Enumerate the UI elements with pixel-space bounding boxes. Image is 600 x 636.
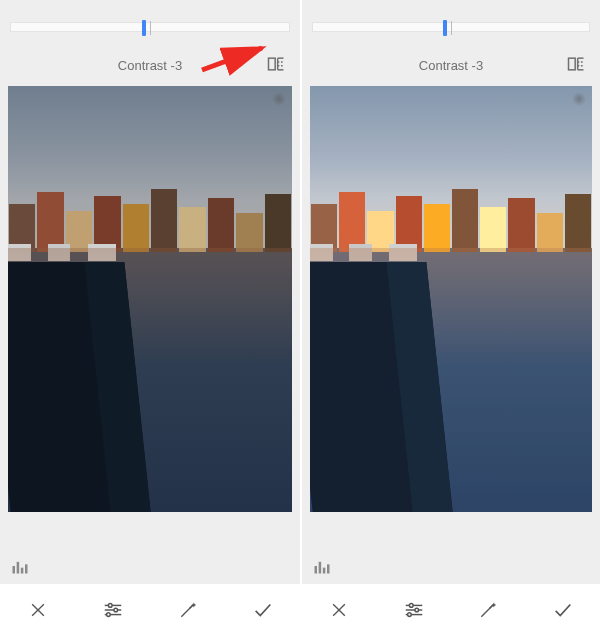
adjust-label: Contrast -3 bbox=[118, 58, 182, 73]
magic-button[interactable] bbox=[468, 590, 508, 630]
svg-point-34 bbox=[409, 604, 413, 608]
adjust-slider[interactable] bbox=[10, 22, 290, 32]
svg-rect-21 bbox=[569, 58, 576, 70]
edited-photo[interactable] bbox=[8, 86, 292, 512]
svg-rect-7 bbox=[17, 562, 20, 574]
confirm-button[interactable] bbox=[543, 590, 583, 630]
adjust-label-row: Contrast -3 bbox=[302, 48, 600, 82]
histogram-icon[interactable] bbox=[10, 556, 30, 576]
editor-pane-right: Contrast -3 bbox=[300, 0, 600, 636]
svg-rect-27 bbox=[315, 566, 318, 574]
photo-viewport bbox=[0, 82, 300, 544]
svg-point-36 bbox=[415, 608, 419, 612]
svg-rect-0 bbox=[269, 58, 276, 70]
cancel-button[interactable] bbox=[319, 590, 359, 630]
slider-center-tick bbox=[451, 21, 452, 35]
svg-rect-29 bbox=[323, 568, 326, 574]
adjust-label-row: Contrast -3 bbox=[0, 48, 300, 82]
editor-pane-left: Contrast -3 bbox=[0, 0, 300, 636]
svg-rect-28 bbox=[319, 562, 322, 574]
tune-button[interactable] bbox=[93, 590, 133, 630]
cancel-button[interactable] bbox=[18, 590, 58, 630]
slider-thumb[interactable] bbox=[142, 20, 146, 36]
slider-area bbox=[0, 0, 300, 48]
histogram-row bbox=[0, 544, 300, 584]
tune-button[interactable] bbox=[394, 590, 434, 630]
bottom-toolbar bbox=[0, 584, 300, 636]
edited-photo[interactable] bbox=[310, 86, 592, 512]
svg-point-17 bbox=[106, 613, 110, 617]
svg-rect-6 bbox=[13, 566, 16, 574]
svg-rect-30 bbox=[327, 564, 330, 573]
svg-rect-8 bbox=[21, 568, 24, 574]
bottom-toolbar bbox=[302, 584, 600, 636]
compare-icon[interactable] bbox=[266, 54, 286, 74]
slider-center-tick bbox=[150, 21, 151, 35]
svg-point-13 bbox=[108, 604, 112, 608]
slider-thumb[interactable] bbox=[443, 20, 447, 36]
magic-button[interactable] bbox=[168, 590, 208, 630]
adjust-slider[interactable] bbox=[312, 22, 590, 32]
photo-viewport bbox=[302, 82, 600, 544]
histogram-icon[interactable] bbox=[312, 556, 332, 576]
svg-rect-9 bbox=[25, 564, 28, 573]
confirm-button[interactable] bbox=[243, 590, 283, 630]
slider-area bbox=[302, 0, 600, 48]
adjust-label: Contrast -3 bbox=[419, 58, 483, 73]
compare-icon[interactable] bbox=[566, 54, 586, 74]
svg-point-38 bbox=[407, 613, 411, 617]
svg-point-15 bbox=[113, 608, 117, 612]
histogram-row bbox=[302, 544, 600, 584]
